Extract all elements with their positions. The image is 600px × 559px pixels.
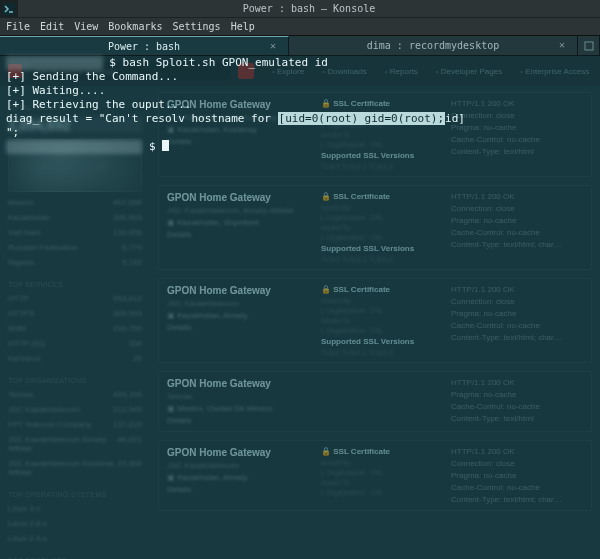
window-title: Power : bash — Konsole	[18, 3, 600, 14]
menu-settings[interactable]: Settings	[172, 21, 220, 32]
menu-bookmarks[interactable]: Bookmarks	[108, 21, 162, 32]
tab-bar: Power : bash ✕ dima : recordmydesktop ✕	[0, 36, 600, 56]
tab-label: Power : bash	[108, 41, 180, 52]
tab-bash[interactable]: Power : bash ✕	[0, 36, 289, 55]
term-prompt: $	[149, 140, 162, 153]
cursor-icon	[162, 140, 169, 151]
prompt-hostname-blur: xxxxxxxxxxxxxxxxxxxx	[6, 140, 142, 154]
new-tab-button[interactable]	[578, 36, 600, 55]
prompt-hostname-blur: xxxxxxxxxxxxxx	[6, 56, 103, 70]
menubar: File Edit View Bookmarks Settings Help	[0, 18, 600, 36]
tab-recordmydesktop[interactable]: dima : recordmydesktop ✕	[289, 36, 578, 55]
term-line: $ bash Sploit.sh GPON_emulated id	[109, 56, 328, 69]
term-line: [+] Retrieving the ouput....	[6, 98, 191, 111]
term-line: ";	[6, 126, 19, 139]
window-titlebar: Power : bash — Konsole	[0, 0, 600, 18]
menu-view[interactable]: View	[74, 21, 98, 32]
menu-edit[interactable]: Edit	[40, 21, 64, 32]
plus-icon	[584, 41, 594, 51]
tab-label: dima : recordmydesktop	[367, 40, 499, 51]
highlighted-text: [uid=0(root) gid=0(root);	[278, 112, 446, 125]
menu-help[interactable]: Help	[231, 21, 255, 32]
term-line: diag_result = "Can't resolv hostname for	[6, 112, 278, 125]
close-icon[interactable]: ✕	[270, 40, 282, 51]
term-line: id]	[445, 112, 465, 125]
close-icon[interactable]: ✕	[559, 39, 571, 50]
menu-file[interactable]: File	[6, 21, 30, 32]
terminal-output[interactable]: xxxxxxxxxxxxxx $ bash Sploit.sh GPON_emu…	[0, 56, 600, 559]
term-line: [+] Sending the Command...	[6, 70, 178, 83]
app-icon	[0, 0, 18, 18]
svg-rect-2	[585, 42, 593, 50]
term-line: [+] Waiting....	[6, 84, 105, 97]
